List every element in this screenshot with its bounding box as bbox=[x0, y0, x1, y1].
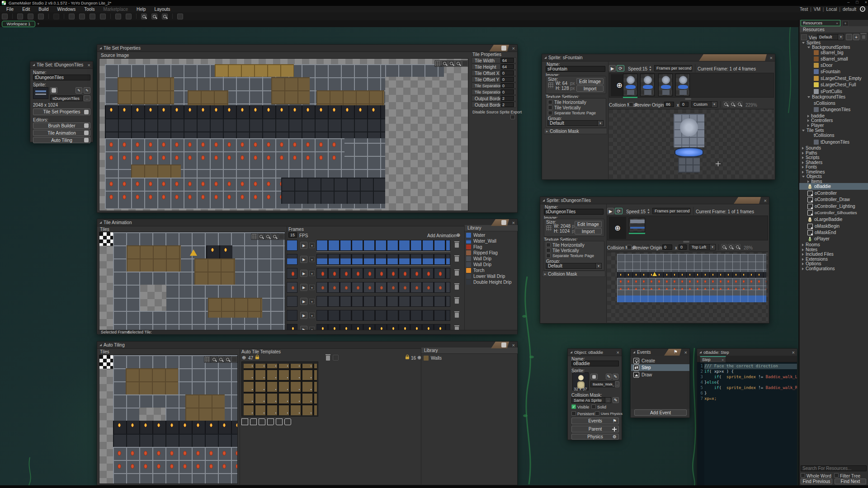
visible-checkbox[interactable]: ✓ bbox=[571, 404, 576, 409]
speed-stepper[interactable]: ▲▼ bbox=[647, 208, 650, 214]
tree-item[interactable]: tDungeonTiles bbox=[799, 139, 868, 145]
stop-icon[interactable] bbox=[90, 14, 95, 19]
device-icon[interactable] bbox=[177, 14, 183, 19]
close-icon[interactable]: × bbox=[770, 55, 773, 61]
list-item[interactable]: Lower Wall Drip bbox=[466, 274, 505, 279]
animation-thumbnail[interactable] bbox=[287, 282, 297, 293]
run-icon[interactable] bbox=[79, 14, 85, 19]
play-button[interactable]: ▶ bbox=[300, 242, 307, 249]
workspace-tab[interactable]: Workspace 1 bbox=[2, 21, 35, 27]
physics-button[interactable]: Physics⚙ bbox=[571, 434, 619, 440]
frame-strip[interactable] bbox=[316, 254, 450, 265]
object-name-input[interactable] bbox=[571, 361, 619, 366]
close-window-button[interactable]: × bbox=[865, 0, 867, 5]
tileset-properties-button[interactable]: Tile Set Properties bbox=[33, 108, 90, 115]
playback-mode-select[interactable]: Frames per second▾ bbox=[654, 65, 692, 71]
tree-item[interactable]: oController_Silhouettes bbox=[799, 210, 868, 216]
animation-thumbnail[interactable] bbox=[287, 296, 297, 307]
collision-mask-section[interactable]: ▸Collision Mask bbox=[544, 128, 607, 134]
edit-image-button[interactable]: ✎ bbox=[84, 87, 90, 94]
list-item[interactable]: Walls bbox=[424, 356, 442, 361]
loop-button[interactable]: ⟳ bbox=[617, 65, 624, 71]
minimize-button[interactable]: – bbox=[847, 0, 849, 5]
play-button[interactable]: ▶ bbox=[300, 298, 307, 305]
lock-icon[interactable] bbox=[406, 357, 409, 359]
delete-animation-icon[interactable] bbox=[455, 299, 459, 304]
add-workspace-button[interactable]: + bbox=[37, 22, 39, 26]
object-sprite-select[interactable]: Baddie_Walk_Left bbox=[590, 381, 615, 387]
animation-thumbnail[interactable] bbox=[287, 240, 297, 251]
tile-vertically-checkbox[interactable] bbox=[548, 105, 552, 110]
fit-view-icon[interactable] bbox=[278, 234, 284, 239]
tree-item[interactable]: oController bbox=[799, 190, 868, 196]
speed-stepper[interactable]: ▲▼ bbox=[649, 65, 652, 71]
animation-tiles-canvas[interactable] bbox=[99, 232, 285, 330]
chevron-down-icon[interactable]: ▾ bbox=[309, 313, 315, 318]
settings-gear-icon[interactable] bbox=[115, 14, 121, 19]
tile-height-input[interactable]: 64 bbox=[500, 64, 514, 69]
autotile-icon[interactable] bbox=[501, 343, 506, 347]
list-item[interactable]: Ripped Flag bbox=[466, 250, 498, 255]
strip-scrollbar[interactable] bbox=[316, 251, 450, 252]
menu-windows[interactable]: Windows bbox=[57, 7, 76, 12]
parent-button[interactable]: Parent bbox=[571, 426, 619, 432]
frame-select-icon[interactable] bbox=[333, 355, 339, 361]
list-item[interactable]: Water_Wall bbox=[466, 239, 496, 244]
autotile-template-grid[interactable] bbox=[241, 361, 318, 417]
frame-thumbnail-4[interactable] bbox=[675, 74, 690, 96]
tile-animation-button[interactable]: Tile Animation bbox=[33, 130, 90, 136]
list-item[interactable]: Torch bbox=[466, 268, 484, 273]
tile-offset-y-input[interactable]: 0 bbox=[500, 77, 514, 82]
chevron-down-icon[interactable]: ▾ bbox=[309, 271, 315, 276]
env-vm[interactable]: VM bbox=[814, 7, 821, 12]
sprite-name-input[interactable] bbox=[546, 66, 605, 72]
tile-offset-x-input[interactable]: 0 bbox=[500, 70, 514, 75]
tree-item[interactable]: sFountain bbox=[799, 69, 868, 75]
tileset-name-input[interactable] bbox=[33, 75, 90, 80]
solid-checkbox[interactable] bbox=[591, 404, 596, 409]
tile-separation-y-input[interactable]: 0 bbox=[500, 89, 514, 94]
tree-item[interactable]: oLargeBaddie bbox=[799, 216, 868, 222]
mask-preview-checkbox[interactable] bbox=[627, 245, 632, 249]
frame-strip[interactable] bbox=[316, 296, 450, 307]
code-area[interactable]: 1/// Face the correct direction 2if( xp>… bbox=[697, 362, 797, 488]
sprite-select[interactable]: sDungeonTiles bbox=[50, 95, 83, 101]
animation-icon[interactable] bbox=[501, 220, 506, 225]
sprite-browse-button[interactable]: ... bbox=[615, 381, 619, 387]
tree-item[interactable]: sLargeChest_Full bbox=[799, 82, 868, 88]
maximize-button[interactable]: □ bbox=[856, 0, 858, 5]
tree-item[interactable]: oController_Lighting bbox=[799, 203, 868, 209]
frame-strip[interactable] bbox=[316, 282, 450, 293]
whole-word-checkbox[interactable] bbox=[801, 473, 805, 478]
delete-animation-icon[interactable] bbox=[455, 285, 459, 290]
tree-item[interactable]: sCollisions bbox=[799, 100, 868, 106]
clean-icon[interactable] bbox=[100, 14, 106, 19]
list-item[interactable]: Flag bbox=[466, 244, 482, 249]
env-local[interactable]: Local bbox=[826, 7, 837, 12]
close-icon[interactable]: × bbox=[792, 350, 795, 355]
delete-template-icon[interactable] bbox=[326, 356, 330, 361]
frame-strip[interactable] bbox=[316, 310, 450, 321]
menu-tools[interactable]: Tools bbox=[84, 7, 94, 12]
origin-mode-select[interactable]: Top Left▾ bbox=[689, 244, 716, 250]
mask-preview-checkbox[interactable] bbox=[629, 102, 633, 107]
new-project-icon[interactable] bbox=[17, 14, 23, 19]
separate-texture-checkbox[interactable] bbox=[548, 111, 552, 115]
close-icon[interactable]: × bbox=[684, 350, 687, 355]
help-icon[interactable] bbox=[126, 14, 132, 19]
sprite-picker-button[interactable] bbox=[590, 374, 598, 380]
tab-step[interactable]: Step× bbox=[700, 356, 726, 362]
delete-animation-icon[interactable] bbox=[455, 257, 459, 262]
play-button[interactable]: ▶ bbox=[609, 65, 616, 71]
grid-toggle-icon[interactable] bbox=[435, 61, 441, 66]
tile-vertically-checkbox[interactable] bbox=[546, 248, 551, 253]
collision-mask-section[interactable]: ▸Collision Mask bbox=[542, 271, 605, 277]
home-icon[interactable] bbox=[2, 14, 8, 19]
frame-thumbnail-1[interactable] bbox=[629, 218, 645, 232]
zoom-in-icon[interactable] bbox=[455, 61, 461, 66]
play-button[interactable]: ▶ bbox=[300, 256, 307, 263]
add-tab-button[interactable]: + bbox=[842, 21, 849, 26]
zoom-out-icon[interactable] bbox=[211, 357, 217, 362]
speed-value[interactable]: 15 bbox=[642, 66, 647, 71]
template-outline-row[interactable] bbox=[241, 418, 291, 425]
